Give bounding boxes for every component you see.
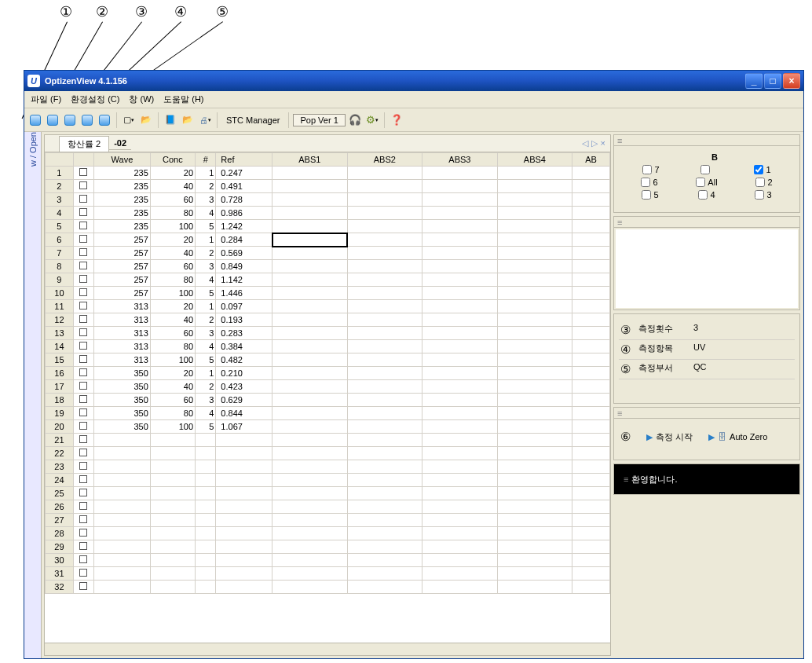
cell-abs3[interactable]: [422, 367, 498, 380]
cell-wave[interactable]: [94, 500, 151, 514]
tool-cube-1[interactable]: [27, 112, 43, 128]
row-number[interactable]: 11: [46, 300, 74, 313]
cell-idx[interactable]: [196, 527, 216, 540]
table-row[interactable]: 28: [46, 527, 610, 540]
cell-idx[interactable]: 5: [196, 353, 216, 367]
cell-ref[interactable]: [216, 447, 272, 460]
row-number[interactable]: 7: [46, 247, 74, 260]
cell-abs4[interactable]: [497, 420, 572, 434]
cell-conc[interactable]: 80: [150, 340, 195, 353]
cell-abs3[interactable]: [422, 567, 498, 581]
row-number[interactable]: 19: [46, 407, 74, 420]
cell-ab[interactable]: [572, 353, 610, 367]
cell-ref[interactable]: 0.384: [216, 340, 272, 353]
cell-abs4[interactable]: [497, 394, 572, 407]
cell-idx[interactable]: 1: [196, 167, 216, 180]
minimize-button[interactable]: _: [745, 73, 763, 89]
row-number[interactable]: 31: [46, 567, 74, 581]
row-number[interactable]: 23: [46, 460, 74, 474]
row-number[interactable]: 22: [46, 447, 74, 460]
left-dock-strip[interactable]: w / Open: [24, 132, 42, 658]
check-6[interactable]: 6: [641, 178, 657, 187]
row-number[interactable]: 15: [46, 353, 74, 367]
cell-wave[interactable]: [94, 434, 151, 447]
cell-abs4[interactable]: [497, 367, 572, 380]
check-3[interactable]: 3: [755, 190, 771, 200]
cell-ab[interactable]: [572, 233, 610, 247]
cell-conc[interactable]: 20: [150, 367, 195, 380]
table-row[interactable]: 12352010.247: [46, 167, 610, 180]
cell-wave[interactable]: 313: [94, 313, 151, 327]
cell-ab[interactable]: [572, 340, 610, 353]
cell-abs3[interactable]: [422, 380, 498, 394]
row-check[interactable]: [73, 460, 93, 474]
cell-conc[interactable]: [150, 500, 195, 514]
cell-idx[interactable]: 3: [196, 327, 216, 340]
cell-idx[interactable]: [196, 487, 216, 500]
row-number[interactable]: 32: [46, 581, 74, 594]
row-check[interactable]: [73, 340, 93, 353]
cell-abs1[interactable]: [272, 581, 348, 594]
check-b[interactable]: [700, 165, 712, 174]
cell-wave[interactable]: 235: [94, 207, 151, 220]
cell-abs3[interactable]: [422, 581, 498, 594]
cell-ref[interactable]: [216, 434, 272, 447]
data-grid[interactable]: WaveConc#RefABS1ABS2ABS3ABS4AB12352010.2…: [45, 152, 610, 643]
cell-abs2[interactable]: [347, 327, 422, 340]
cell-ref[interactable]: [216, 487, 272, 500]
cell-ref[interactable]: [216, 567, 272, 581]
cell-abs1[interactable]: [272, 273, 348, 287]
row-check[interactable]: [73, 180, 93, 193]
cell-ab[interactable]: [572, 567, 610, 581]
row-check[interactable]: [73, 407, 93, 420]
cell-ref[interactable]: 0.491: [216, 180, 272, 193]
row-check[interactable]: [73, 247, 93, 260]
table-row[interactable]: 23: [46, 460, 610, 474]
row-number[interactable]: 16: [46, 367, 74, 380]
cell-abs2[interactable]: [347, 407, 422, 420]
cell-wave[interactable]: 257: [94, 287, 151, 300]
cell-conc[interactable]: 60: [150, 260, 195, 273]
cell-conc[interactable]: 40: [150, 313, 195, 327]
table-row[interactable]: 62572010.284: [46, 233, 610, 247]
cell-abs1[interactable]: [272, 540, 348, 554]
table-row[interactable]: 42358040.986: [46, 207, 610, 220]
cell-abs4[interactable]: [497, 567, 572, 581]
cell-wave[interactable]: [94, 447, 151, 460]
cell-abs3[interactable]: [422, 353, 498, 367]
tab-close-icon[interactable]: ×: [601, 138, 605, 148]
cell-abs3[interactable]: [422, 407, 498, 420]
row-number[interactable]: 8: [46, 260, 74, 273]
cell-ab[interactable]: [572, 474, 610, 487]
row-check[interactable]: [73, 260, 93, 273]
row-number[interactable]: 1: [46, 167, 74, 180]
cell-abs4[interactable]: [497, 233, 572, 247]
cell-abs1[interactable]: [272, 167, 348, 180]
cell-idx[interactable]: 4: [196, 407, 216, 420]
cell-idx[interactable]: [196, 581, 216, 594]
cell-abs2[interactable]: [347, 300, 422, 313]
cell-ref[interactable]: 0.283: [216, 327, 272, 340]
saveas-icon[interactable]: 📂: [180, 112, 196, 128]
cell-abs4[interactable]: [497, 527, 572, 540]
table-row[interactable]: 25: [46, 487, 610, 500]
cell-abs1[interactable]: [272, 313, 348, 327]
table-row[interactable]: 82576030.849: [46, 260, 610, 273]
cell-wave[interactable]: 257: [94, 260, 151, 273]
cell-abs2[interactable]: [347, 353, 422, 367]
col-row[interactable]: [73, 153, 93, 167]
table-row[interactable]: 21: [46, 434, 610, 447]
cell-conc[interactable]: [150, 540, 195, 554]
cell-abs4[interactable]: [497, 447, 572, 460]
tab-next-icon[interactable]: ▷: [591, 138, 598, 148]
cell-abs4[interactable]: [497, 260, 572, 273]
cell-ref[interactable]: 0.728: [216, 193, 272, 207]
table-row[interactable]: 31: [46, 567, 610, 581]
cell-abs4[interactable]: [497, 300, 572, 313]
cell-abs1[interactable]: [272, 514, 348, 527]
table-row[interactable]: 26: [46, 500, 610, 514]
table-row[interactable]: 523510051.242: [46, 220, 610, 233]
cell-ab[interactable]: [572, 500, 610, 514]
save-icon[interactable]: 📘: [163, 112, 178, 128]
cell-idx[interactable]: [196, 460, 216, 474]
